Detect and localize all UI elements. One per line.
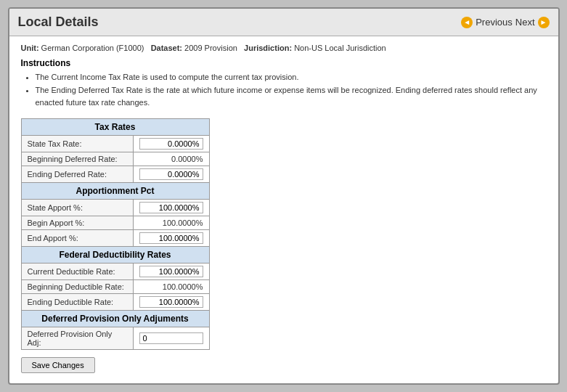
deferred-adj-row: Deferred Provision Only Adj:	[21, 327, 209, 349]
deferred-adj-input[interactable]	[139, 332, 203, 344]
beginning-deductible-value: 100.0000%	[139, 282, 203, 291]
state-tax-rate-row: State Tax Rate:	[21, 135, 209, 152]
dataset-label: Dataset:	[151, 44, 182, 52]
instruction-item-2: The Ending Deferred Tax Rate is the rate…	[36, 84, 547, 110]
ending-deductible-row: Ending Deductible Rate:	[21, 293, 209, 310]
beginning-deferred-row: Beginning Deferred Rate: 0.0000%	[21, 152, 209, 166]
save-changes-button[interactable]: Save Changes	[21, 357, 95, 373]
previous-button[interactable]: Previous	[476, 17, 513, 28]
deferred-adj-label: Deferred Provision Only Adj:	[21, 327, 133, 349]
deferred-adj-cell	[133, 327, 209, 349]
state-tax-rate-input[interactable]	[139, 138, 203, 150]
tax-rates-header: Tax Rates	[21, 118, 209, 135]
deferred-provision-header: Deferred Provision Only Adjuments	[21, 310, 209, 327]
beginning-deferred-cell: 0.0000%	[133, 152, 209, 166]
federal-deductibility-header-row: Federal Deductibility Rates	[21, 246, 209, 263]
ending-deferred-input[interactable]	[139, 168, 203, 180]
state-apport-row: State Apport %:	[21, 199, 209, 216]
current-deductible-cell	[133, 263, 209, 279]
content-area: Unit: German Corporation (F1000) Dataset…	[9, 36, 558, 379]
instructions-title: Instructions	[21, 58, 547, 68]
nav-buttons: ◄ Previous Next ►	[461, 17, 549, 28]
ending-deductible-label: Ending Deductible Rate:	[21, 293, 133, 310]
state-apport-cell	[133, 199, 209, 216]
current-deductible-input[interactable]	[139, 266, 203, 277]
previous-icon: ◄	[461, 17, 473, 28]
deferred-provision-header-row: Deferred Provision Only Adjuments	[21, 310, 209, 327]
jurisdiction-label: Jurisdiction:	[244, 44, 292, 52]
main-container: Local Details ◄ Previous Next ► Unit: Ge…	[8, 7, 560, 385]
begin-apport-row: Begin Apport %: 100.0000%	[21, 216, 209, 229]
state-tax-rate-cell	[133, 135, 209, 152]
federal-deductibility-header: Federal Deductibility Rates	[21, 246, 209, 263]
header-bar: Local Details ◄ Previous Next ►	[9, 9, 558, 36]
current-deductible-label: Current Deductible Rate:	[21, 263, 133, 279]
beginning-deductible-row: Beginning Deductible Rate: 100.0000%	[21, 279, 209, 293]
begin-apport-cell: 100.0000%	[133, 216, 209, 229]
beginning-deductible-cell: 100.0000%	[133, 279, 209, 293]
jurisdiction-value: Non-US Local Jurisdiction	[294, 44, 386, 52]
instruction-item-1: The Current Income Tax Rate is used to c…	[36, 71, 547, 84]
unit-value: German Corporation (F1000)	[41, 44, 144, 52]
apportionment-header-row: Apportionment Pct	[21, 182, 209, 199]
beginning-deductible-label: Beginning Deductible Rate:	[21, 279, 133, 293]
page-title: Local Details	[18, 15, 99, 30]
next-icon: ►	[538, 17, 550, 28]
state-apport-input[interactable]	[139, 202, 203, 213]
end-apport-row: End Apport %:	[21, 229, 209, 246]
end-apport-label: End Apport %:	[21, 229, 133, 246]
ending-deferred-row: Ending Deferred Rate:	[21, 166, 209, 182]
unit-info: Unit: German Corporation (F1000) Dataset…	[21, 44, 547, 52]
next-button[interactable]: Next	[515, 17, 535, 28]
state-apport-label: State Apport %:	[21, 199, 133, 216]
ending-deferred-label: Ending Deferred Rate:	[21, 166, 133, 182]
beginning-deferred-value: 0.0000%	[139, 155, 203, 163]
apportionment-header: Apportionment Pct	[21, 182, 209, 199]
beginning-deferred-label: Beginning Deferred Rate:	[21, 152, 133, 166]
unit-label: Unit:	[21, 44, 39, 52]
current-deductible-row: Current Deductible Rate:	[21, 263, 209, 279]
ending-deductible-input[interactable]	[139, 296, 203, 308]
begin-apport-label: Begin Apport %:	[21, 216, 133, 229]
tax-rates-header-row: Tax Rates	[21, 118, 209, 135]
dataset-value: 2009 Provision	[184, 44, 237, 52]
begin-apport-value: 100.0000%	[139, 219, 203, 227]
end-apport-input[interactable]	[139, 232, 203, 244]
ending-deductible-cell	[133, 293, 209, 310]
instructions-list: The Current Income Tax Rate is used to c…	[21, 71, 547, 110]
end-apport-cell	[133, 229, 209, 246]
rates-table: Tax Rates State Tax Rate: Beginning Defe…	[21, 118, 210, 350]
ending-deferred-cell	[133, 166, 209, 182]
state-tax-rate-label: State Tax Rate:	[21, 135, 133, 152]
